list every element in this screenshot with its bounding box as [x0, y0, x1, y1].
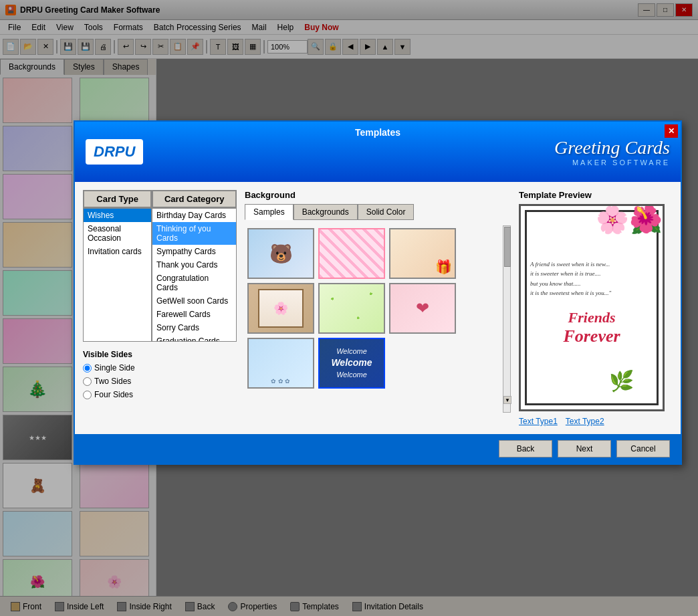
radio-group: Single Side Two Sides Four Sides [83, 363, 237, 399]
card-type-panel: Card Type Card Category Wishes Seasonal … [83, 190, 237, 426]
preview-label: Template Preview [519, 190, 673, 200]
dialog-close-button[interactable]: ✕ [665, 124, 678, 138]
bg-sample-orange[interactable]: 🎁 [389, 228, 456, 279]
text-type2-link[interactable]: Text Type2 [566, 417, 604, 426]
template-preview: Template Preview 🌸🌺 🌿 A friend is sweet … [519, 190, 673, 426]
background-panel: Background Samples Backgrounds Solid Col… [245, 190, 511, 426]
dialog-subheading: MAKER SOFTWARE [554, 159, 670, 167]
card-category-list: Birthday Day Cards Thinking of you Cards… [152, 208, 237, 342]
lists-headers: Card Type Card Category [83, 190, 237, 208]
cat-birthday[interactable]: Birthday Day Cards [152, 209, 236, 222]
radio-single-input[interactable] [83, 364, 92, 373]
visible-sides: Visible Sides Single Side Two Sides Four… [83, 350, 237, 399]
preview-line3: but you know that..... [530, 280, 581, 287]
text-type-links: Text Type1 Text Type2 [519, 417, 673, 426]
next-button[interactable]: Next [558, 440, 611, 457]
card-type-wishes[interactable]: Wishes [84, 209, 151, 222]
bg-sample-pink-heart[interactable]: ❤ [389, 283, 456, 334]
cat-thankyou[interactable]: Thank you Cards [152, 258, 236, 272]
card-type-invitation[interactable]: Invitation cards [84, 245, 151, 258]
templates-dialog: DRPU Greeting Cards MAKER SOFTWARE Templ… [74, 120, 682, 465]
bg-tab-backgrounds[interactable]: Backgrounds [294, 204, 358, 220]
background-label: Background [245, 190, 511, 200]
preview-flowers-bottom: 🌿 [609, 369, 663, 409]
bg-sample-green-dots[interactable] [318, 283, 385, 334]
preview-text-content: A friend is sweet when it is new... it i… [530, 260, 653, 346]
radio-two-input[interactable] [83, 377, 92, 386]
preview-sig2: Forever [530, 326, 653, 346]
bg-scrollbar[interactable]: ▼ [503, 225, 511, 413]
cat-sympathy[interactable]: Sympathy Cards [152, 245, 236, 258]
preview-line1: A friend is sweet when it is new... [530, 261, 610, 268]
bg-grid: 🐻 🎁 🌸 ❤ ✿ ✿ ✿ [245, 225, 511, 391]
preview-box: 🌸🌺 🌿 A friend is sweet when it is new...… [519, 204, 665, 411]
bg-sample-brown[interactable]: 🌸 [247, 283, 314, 334]
radio-single-label: Single Side [94, 363, 135, 373]
radio-four-label: Four Sides [94, 390, 133, 399]
dialog-logo: DRPU [86, 139, 143, 165]
preview-line2: it is sweeter when it is true.... [530, 270, 601, 277]
card-type-seasonal[interactable]: Seasonal Occasion [84, 222, 151, 245]
dialog-footer: Back Next Cancel [75, 434, 681, 464]
text-type1-link[interactable]: Text Type1 [519, 417, 558, 426]
dialog-header: DRPU Greeting Cards MAKER SOFTWARE Templ… [75, 122, 681, 182]
cat-congratulation[interactable]: Congratulation Cards [152, 272, 236, 294]
bg-tabs: Samples Backgrounds Solid Color [245, 204, 511, 220]
radio-four-input[interactable] [83, 391, 92, 399]
radio-single-side[interactable]: Single Side [83, 363, 237, 373]
preview-flowers-top: 🌸🌺 [596, 206, 663, 260]
cat-thinking[interactable]: Thinking of you Cards [152, 222, 236, 245]
bg-scrollbar-thumb[interactable] [504, 227, 511, 267]
cat-graduation[interactable]: Graduation Cards [152, 334, 236, 342]
bg-sample-bear[interactable]: 🐻 [247, 228, 314, 279]
card-type-header: Card Type [83, 190, 152, 208]
preview-card-inner: 🌸🌺 🌿 A friend is sweet when it is new...… [521, 206, 663, 409]
radio-two-sides[interactable]: Two Sides [83, 377, 237, 386]
dialog-title-section: Greeting Cards MAKER SOFTWARE [554, 137, 670, 167]
preview-signature: Friends Forever [530, 309, 653, 346]
card-type-list: Wishes Seasonal Occasion Invitation card… [83, 208, 152, 342]
bg-sample-blue-dark[interactable]: Welcome Welcome Welcome [318, 338, 385, 389]
back-button[interactable]: Back [499, 440, 552, 457]
lists-row: Wishes Seasonal Occasion Invitation card… [83, 208, 237, 342]
preview-line4: it is the sweetest when it is you..." [530, 290, 611, 296]
radio-two-label: Two Sides [94, 377, 131, 386]
cancel-button[interactable]: Cancel [616, 440, 670, 457]
dialog-heading: Greeting Cards [554, 137, 670, 159]
preview-sig1: Friends [530, 309, 653, 326]
bg-tab-samples[interactable]: Samples [245, 204, 294, 220]
cat-sorry[interactable]: Sorry Cards [152, 321, 236, 334]
bg-sample-blue-light[interactable]: ✿ ✿ ✿ [247, 338, 314, 389]
radio-four-sides[interactable]: Four Sides [83, 390, 237, 399]
cat-getwell[interactable]: GetWell soon Cards [152, 294, 236, 308]
cat-farewell[interactable]: Farewell Cards [152, 308, 236, 321]
bg-sample-pink-dots[interactable] [318, 228, 385, 279]
scroll-down-btn[interactable]: ▼ [503, 396, 511, 404]
visible-sides-label: Visible Sides [83, 350, 237, 359]
dialog-title-center: Templates [355, 122, 400, 138]
dialog-body: Card Type Card Category Wishes Seasonal … [75, 182, 681, 434]
card-category-header: Card Category [152, 190, 237, 208]
bg-tab-solid-color[interactable]: Solid Color [358, 204, 415, 220]
bg-grid-container: 🐻 🎁 🌸 ❤ ✿ ✿ ✿ [245, 225, 511, 391]
